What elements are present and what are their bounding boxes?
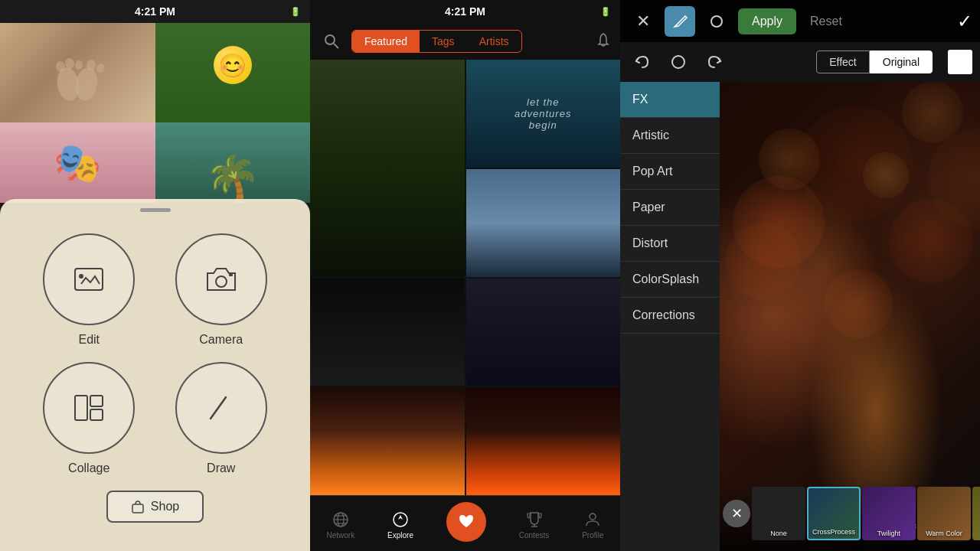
film-crossprocess-label: CrossProcess [808, 528, 859, 536]
fx-menu-distort[interactable]: Distort [620, 226, 720, 262]
svg-point-24 [394, 513, 407, 527]
film-twilight-label: Twilight [862, 530, 916, 537]
photo-mask[interactable]: 🎭 [0, 122, 155, 203]
menu-handle[interactable] [0, 199, 310, 218]
panel-explore: 4:21 PM 🔋 Featured Tags Artists [310, 0, 620, 551]
menu-handle-bar [140, 208, 171, 212]
tab-artists[interactable]: Artists [467, 31, 521, 52]
filmstrip: ✕ None CrossProcess Twilight Warm Color … [720, 482, 980, 551]
tabbar-explore[interactable]: Explore [387, 510, 413, 540]
collage-icon [70, 390, 107, 426]
close-button[interactable]: ✕ [628, 6, 658, 37]
explore-label: Explore [387, 531, 413, 540]
photo-feet[interactable] [0, 23, 155, 122]
photo-grid: 😊 🎭 🌴 [0, 23, 310, 203]
menu-circles: Edit Camera [0, 218, 310, 491]
explore-cell-1[interactable] [310, 60, 465, 277]
fx-menu-artistic[interactable]: Artistic [620, 118, 720, 154]
heart-icon [456, 512, 476, 532]
smiley-ball: 😊 [214, 46, 252, 84]
film-none[interactable]: None [752, 487, 805, 540]
preview-area: ✕ None CrossProcess Twilight Warm Color … [720, 82, 980, 551]
reset-button[interactable]: Reset [802, 8, 850, 34]
search-icon [324, 34, 339, 49]
svg-point-8 [79, 274, 83, 279]
svg-line-18 [334, 44, 338, 48]
shop-button[interactable]: Shop [106, 491, 204, 523]
svg-rect-12 [90, 396, 103, 406]
explore-cell-7[interactable] [466, 387, 621, 495]
tabbar-network[interactable]: Network [326, 510, 354, 540]
menu-item-camera[interactable]: Camera [163, 233, 280, 347]
notification-icon [596, 32, 611, 47]
effect-button[interactable]: Effect [816, 51, 870, 73]
fx-menu-colorsplash[interactable]: ColorSplash [620, 262, 720, 298]
color-swatch[interactable] [948, 50, 972, 74]
menu-item-edit[interactable]: Edit [31, 233, 148, 347]
pen-tool-button[interactable] [665, 6, 695, 37]
mask-circle-icon [670, 54, 687, 70]
menu-item-draw[interactable]: Draw [163, 362, 280, 475]
camera-icon [203, 261, 240, 298]
undo-button[interactable] [628, 48, 655, 76]
circle-tool-button[interactable] [701, 6, 732, 37]
panel-home: 4:21 PM 🔋 😊 🎭 [0, 0, 310, 551]
panel-editor: ✕ Apply Reset ✓ [620, 0, 980, 551]
tab-featured[interactable]: Featured [352, 31, 420, 52]
bokeh-6 [863, 152, 909, 198]
film-lightc-label: Light C [972, 530, 980, 537]
bell-icon[interactable] [596, 32, 611, 51]
adventures-text: let theadventuresbegin [514, 96, 571, 131]
p3-secondary-bar: Effect Original [620, 42, 980, 82]
film-twilight[interactable]: Twilight [862, 487, 916, 540]
collage-circle-btn[interactable] [43, 362, 135, 454]
bokeh-5 [824, 269, 893, 338]
profile-label: Profile [582, 531, 603, 540]
contests-label: Contests [519, 531, 549, 540]
trophy-icon [525, 510, 544, 529]
photo-smiley[interactable]: 😊 [155, 23, 311, 122]
fx-menu-popart[interactable]: Pop Art [620, 154, 720, 190]
collage-label: Collage [68, 461, 109, 475]
explore-cell-6[interactable] [310, 387, 465, 495]
film-none-label: None [752, 530, 805, 537]
tab-tags[interactable]: Tags [420, 31, 467, 52]
search-icon-wrap[interactable] [319, 29, 344, 54]
draw-circle-btn[interactable] [175, 362, 267, 454]
mask-circle-button[interactable] [665, 48, 692, 76]
redo-button[interactable] [701, 48, 729, 76]
p3-content: FX Artistic Pop Art Paper Distort ColorS… [620, 82, 980, 551]
feet-illustration [47, 42, 108, 103]
photo-palm[interactable]: 🌴 [155, 122, 311, 203]
camera-circle-btn[interactable] [175, 233, 267, 325]
filmstrip-close-button[interactable]: ✕ [723, 500, 750, 527]
mask-icon: 🎭 [54, 141, 101, 185]
film-warmcolor[interactable]: Warm Color [917, 487, 971, 540]
explore-cell-3[interactable] [466, 169, 621, 277]
fx-menu-corrections[interactable]: Corrections [620, 298, 720, 334]
explore-cell-4[interactable] [310, 279, 465, 386]
svg-point-29 [711, 16, 722, 27]
explore-fab-button[interactable] [446, 502, 486, 542]
fx-menu-fx[interactable]: FX [620, 82, 720, 118]
svg-marker-25 [398, 515, 403, 520]
profile-icon [583, 510, 602, 529]
explore-cell-5[interactable] [466, 279, 621, 386]
p2-nav: Featured Tags Artists [310, 23, 620, 60]
menu-item-collage[interactable]: Collage [31, 362, 148, 475]
pen-icon [671, 13, 688, 30]
tabbar-profile[interactable]: Profile [582, 510, 603, 540]
battery-p2: 🔋 [600, 7, 611, 17]
film-crossprocess[interactable]: CrossProcess [807, 487, 861, 540]
edit-circle-btn[interactable] [43, 233, 135, 325]
svg-rect-7 [75, 269, 103, 290]
explore-cell-2[interactable]: let theadventuresbegin [466, 60, 621, 168]
fx-menu-paper[interactable]: Paper [620, 190, 720, 226]
draw-label: Draw [207, 461, 235, 475]
original-button[interactable]: Original [870, 51, 933, 73]
film-lightc[interactable]: Light C [972, 487, 980, 540]
time-p1: 4:21 PM [135, 5, 175, 18]
confirm-button[interactable]: ✓ [957, 11, 972, 32]
apply-button[interactable]: Apply [738, 8, 796, 34]
tabbar-contests[interactable]: Contests [519, 510, 549, 540]
